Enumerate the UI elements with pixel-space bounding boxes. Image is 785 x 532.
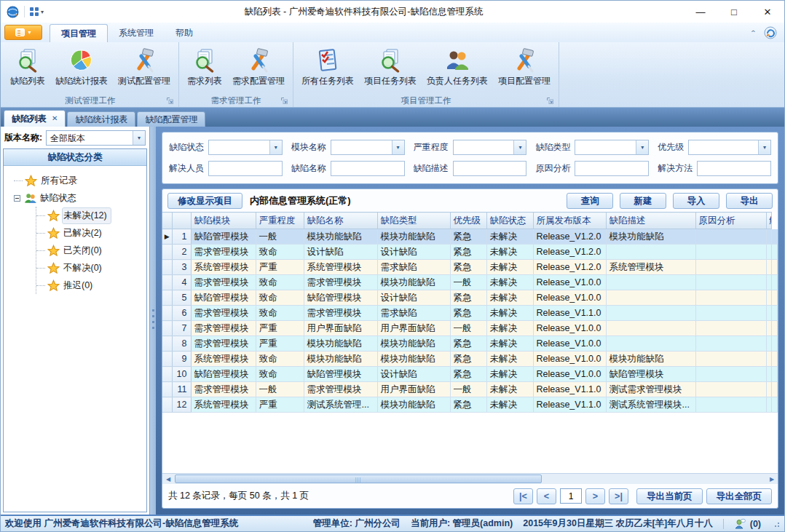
data-cell[interactable] xyxy=(606,275,695,290)
caret-down-icon[interactable]: ▾ xyxy=(758,140,770,154)
data-cell[interactable]: 缺陷管理模块 xyxy=(191,367,256,382)
ribbon-button-all-tasks-list[interactable]: 所有任务列表 xyxy=(296,45,359,89)
data-cell[interactable]: 严重 xyxy=(256,260,304,275)
data-cell[interactable]: 缺陷管理模块 xyxy=(304,367,377,382)
data-cell[interactable] xyxy=(766,382,772,397)
data-cell[interactable]: 模块功能缺陷 xyxy=(304,352,377,367)
data-cell[interactable]: 需求管理模块 xyxy=(191,382,256,397)
data-cell[interactable]: 一般 xyxy=(256,382,304,397)
data-cell[interactable] xyxy=(766,260,772,275)
data-cell[interactable]: 模块功能缺陷 xyxy=(606,352,695,367)
filter-input-resolver[interactable] xyxy=(208,161,283,176)
data-cell[interactable] xyxy=(695,260,766,275)
data-cell[interactable]: 紧急 xyxy=(450,245,486,260)
row-indicator-cell[interactable] xyxy=(162,336,172,352)
column-header-8[interactable]: 原因分析 xyxy=(695,213,766,229)
caret-down-icon[interactable]: ▾ xyxy=(269,140,282,154)
status-cell[interactable]: 未解决 xyxy=(486,245,533,260)
data-cell[interactable] xyxy=(772,336,778,352)
new-button[interactable]: 新建 xyxy=(620,193,666,209)
ribbon-button-defect-list[interactable]: 缺陷列表 xyxy=(5,45,50,89)
data-cell[interactable] xyxy=(772,290,778,306)
data-cell[interactable] xyxy=(766,352,772,367)
data-cell[interactable]: 需求管理模块 xyxy=(191,245,256,260)
data-cell[interactable]: 用户界面缺陷 xyxy=(377,382,450,397)
table-row[interactable]: 12系统管理模块严重测试系统管理...模块功能缺陷紧急未解决Release_V1… xyxy=(162,397,778,413)
row-indicator-cell[interactable] xyxy=(162,397,172,413)
modify-display-items-button[interactable]: 修改显示项目 xyxy=(167,193,242,209)
data-cell[interactable]: 设计缺陷 xyxy=(377,245,450,260)
filter-combobox-priority[interactable]: ▾ xyxy=(688,140,771,155)
data-cell[interactable]: 系统管理模块 xyxy=(191,260,256,275)
row-indicator-cell[interactable] xyxy=(162,382,172,397)
ribbon-button-requirement-list[interactable]: 需求列表 xyxy=(182,45,227,89)
row-number-cell[interactable]: 4 xyxy=(172,275,191,290)
data-cell[interactable]: 缺陷管理模块 xyxy=(606,367,695,382)
data-cell[interactable] xyxy=(766,229,772,245)
data-cell[interactable]: Release_V1.2.0 xyxy=(533,260,606,275)
data-cell[interactable] xyxy=(695,352,766,367)
ribbon-tab-system-mgmt[interactable]: 系统管理 xyxy=(108,24,165,42)
data-cell[interactable]: 紧急 xyxy=(450,260,486,275)
column-header-2[interactable]: 缺陷名称 xyxy=(304,213,377,229)
table-row[interactable]: 5缺陷管理模块致命缺陷管理模块设计缺陷紧急未解决Release_V1.0.0 xyxy=(162,290,778,306)
row-number-cell[interactable]: 1 xyxy=(172,229,191,245)
query-button[interactable]: 查询 xyxy=(567,193,613,209)
data-cell[interactable] xyxy=(772,306,778,321)
data-cell[interactable]: 模块功能缺陷 xyxy=(606,229,695,245)
data-cell[interactable] xyxy=(772,352,778,367)
minimize-button[interactable]: — xyxy=(684,1,717,23)
maximize-button[interactable]: □ xyxy=(717,1,751,23)
data-cell[interactable]: 缺陷管理模块 xyxy=(191,229,256,245)
data-cell[interactable] xyxy=(606,336,695,352)
horizontal-scrollbar[interactable]: ◀ ||| ▶ xyxy=(162,473,778,484)
data-cell[interactable] xyxy=(766,367,772,382)
data-cell[interactable]: 系统管理模块 xyxy=(304,260,377,275)
data-cell[interactable]: 致命 xyxy=(256,352,304,367)
export-button[interactable]: 导出 xyxy=(726,193,773,209)
data-cell[interactable]: Release_V1.1.0 xyxy=(533,382,606,397)
filter-combobox-defect-status[interactable]: ▾ xyxy=(208,140,283,155)
row-indicator-cell[interactable] xyxy=(162,275,172,290)
data-cell[interactable] xyxy=(766,275,772,290)
data-cell[interactable]: Release_V1.2.0 xyxy=(533,229,606,245)
pager-last-button[interactable]: >| xyxy=(609,488,628,504)
data-cell[interactable]: 严重 xyxy=(256,397,304,413)
filter-input-cause-analysis[interactable] xyxy=(575,161,649,176)
data-cell[interactable]: 需求管理模块 xyxy=(191,336,256,352)
row-indicator-cell[interactable] xyxy=(162,367,172,382)
collapse-box-icon[interactable] xyxy=(14,195,20,202)
data-cell[interactable]: 需求管理模块 xyxy=(191,321,256,336)
caret-down-icon[interactable]: ▾ xyxy=(513,140,526,154)
data-cell[interactable]: 模块功能缺陷 xyxy=(377,397,450,413)
row-indicator-cell[interactable] xyxy=(162,321,172,336)
data-cell[interactable] xyxy=(606,306,695,321)
ribbon-button-defect-stats-report[interactable]: 缺陷统计报表 xyxy=(50,45,113,89)
filter-combobox-defect-type[interactable]: ▾ xyxy=(575,140,649,155)
data-cell[interactable]: 模块功能缺陷 xyxy=(304,229,377,245)
data-cell[interactable]: Release_V1.2.0 xyxy=(533,245,606,260)
data-cell[interactable]: 模块功能缺陷 xyxy=(377,229,450,245)
data-cell[interactable]: 致命 xyxy=(256,275,304,290)
export-current-page-button[interactable]: 导出当前页 xyxy=(636,488,703,504)
dialog-launcher-icon[interactable] xyxy=(546,97,554,105)
row-number-cell[interactable]: 2 xyxy=(172,245,191,260)
data-cell[interactable]: 需求管理模块 xyxy=(191,275,256,290)
data-cell[interactable]: 模块功能缺陷 xyxy=(377,336,450,352)
tree-item-closed[interactable]: 已关闭(0) xyxy=(36,242,146,259)
table-row[interactable]: 2需求管理模块致命设计缺陷设计缺陷紧急未解决Release_V1.2.0 xyxy=(162,245,778,260)
pager-prev-button[interactable]: < xyxy=(537,488,556,504)
row-number-cell[interactable]: 5 xyxy=(172,290,191,306)
refresh-help-icon[interactable] xyxy=(764,26,777,39)
data-cell[interactable] xyxy=(695,321,766,336)
close-button[interactable]: ✕ xyxy=(751,1,784,23)
data-cell[interactable] xyxy=(695,397,766,413)
data-cell[interactable]: 紧急 xyxy=(450,367,486,382)
data-cell[interactable]: Release_V1.1.0 xyxy=(533,397,606,413)
doc-tab-defect-config-tab[interactable]: 缺陷配置管理 xyxy=(137,111,205,127)
pager-first-button[interactable]: |< xyxy=(513,488,533,504)
column-header-0[interactable]: 缺陷模块 xyxy=(191,213,256,229)
dialog-launcher-icon[interactable] xyxy=(280,97,288,105)
data-cell[interactable]: 模块功能缺陷 xyxy=(377,352,450,367)
row-number-cell[interactable]: 8 xyxy=(172,336,191,352)
